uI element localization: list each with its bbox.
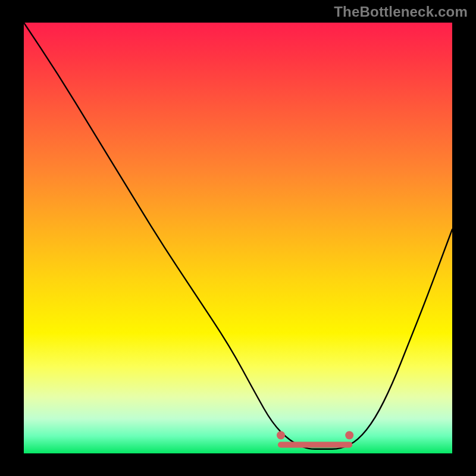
chart-frame: TheBottleneck.com — [0, 0, 476, 476]
watermark-text: TheBottleneck.com — [334, 4, 468, 20]
bottleneck-curve — [24, 23, 452, 449]
curve-layer — [24, 23, 452, 453]
plot-area — [24, 23, 452, 453]
flat-zone-left-cap — [277, 431, 285, 440]
flat-zone-right-cap — [345, 431, 353, 440]
